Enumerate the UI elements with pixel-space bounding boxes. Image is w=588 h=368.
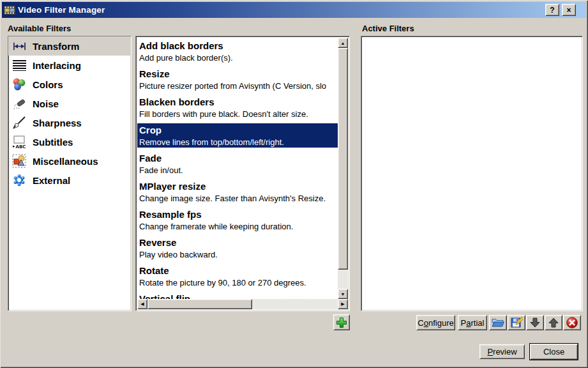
horizontal-scrollbar[interactable]: ◀ ▶: [137, 299, 348, 309]
add-plus-icon: [336, 317, 347, 328]
filter-vertical-flip[interactable]: Vertical flip: [137, 292, 338, 299]
filter-reverse[interactable]: Reverse Play video backward.: [137, 236, 338, 260]
add-filter-button[interactable]: [333, 314, 350, 330]
scroll-left-button[interactable]: ◀: [137, 299, 147, 309]
category-noise[interactable]: Noise: [8, 94, 131, 113]
external-icon: [11, 173, 27, 187]
available-filter-list: Add black borders Add pure black border(…: [135, 36, 350, 311]
help-button[interactable]: ?: [545, 4, 559, 16]
filter-resize[interactable]: Resize Picture resizer ported from Avisy…: [137, 67, 338, 91]
scroll-up-button[interactable]: ▲: [338, 38, 348, 48]
interlacing-icon: [11, 58, 27, 72]
category-transform[interactable]: Transform: [8, 36, 131, 56]
horizontal-scrollbar-thumb[interactable]: [147, 299, 252, 309]
category-interlacing[interactable]: Interlacing: [8, 56, 131, 75]
category-miscellaneous[interactable]: Miscellaneous: [8, 151, 131, 171]
open-folder-icon: [492, 318, 504, 328]
configure-button[interactable]: Configure: [416, 315, 455, 330]
filter-category-list: Transform Interlacing Colors: [8, 36, 132, 311]
save-icon: [510, 316, 523, 329]
save-filter-set-button[interactable]: [508, 315, 525, 330]
move-down-button[interactable]: [526, 315, 544, 330]
title-bar[interactable]: Video Filter Manager: [2, 2, 586, 18]
scroll-left-icon: ◀: [140, 302, 144, 307]
vertical-scrollbar[interactable]: ▲ ▼: [338, 38, 348, 299]
move-down-icon: [529, 316, 541, 329]
filter-rotate[interactable]: Rotate Rotate the picture by 90, 180 or …: [137, 264, 338, 288]
video-filter-manager-dialog: Video Filter Manager ? × Available Filte…: [0, 0, 588, 368]
vertical-scrollbar-thumb[interactable]: [338, 48, 348, 270]
category-sharpness[interactable]: Sharpness: [8, 113, 131, 132]
scroll-right-button[interactable]: ▶: [338, 299, 348, 309]
category-subtitles[interactable]: ABC Subtitles: [8, 132, 131, 151]
remove-filter-button[interactable]: [563, 315, 581, 330]
delete-icon: [566, 316, 578, 329]
scroll-down-button[interactable]: ▼: [338, 289, 348, 299]
filter-blacken-borders[interactable]: Blacken borders Fill borders with pure b…: [137, 95, 338, 119]
move-up-icon: [547, 316, 560, 329]
preview-button[interactable]: Preview: [479, 344, 525, 359]
scroll-right-icon: ▶: [341, 302, 344, 307]
move-up-button[interactable]: [545, 315, 562, 330]
transform-icon: [11, 39, 27, 53]
scroll-down-icon: ▼: [341, 292, 345, 296]
available-filters-label: Available Filters: [8, 24, 71, 33]
active-filters-label: Active Filters: [362, 24, 414, 33]
category-external[interactable]: External: [8, 171, 131, 190]
miscellaneous-icon: [11, 154, 27, 168]
filter-mplayer-resize[interactable]: MPlayer resize Change image size. Faster…: [137, 180, 338, 204]
active-filter-list[interactable]: [361, 36, 583, 311]
filter-fade[interactable]: Fade Fade in/out.: [137, 151, 338, 176]
category-colors[interactable]: Colors: [8, 75, 131, 94]
filter-rows: Add black borders Add pure black border(…: [137, 38, 338, 299]
close-window-button[interactable]: ×: [562, 4, 576, 16]
noise-icon: [11, 96, 27, 111]
close-button[interactable]: Close: [530, 344, 578, 360]
sharpness-icon: [11, 116, 27, 130]
subtitles-icon: ABC: [11, 135, 27, 149]
partial-button[interactable]: Partial: [458, 315, 487, 330]
filter-crop[interactable]: Crop Remove lines from top/bottom/left/r…: [137, 123, 338, 148]
svg-text:ABC: ABC: [16, 144, 26, 150]
scroll-up-icon: ▲: [341, 41, 345, 45]
app-film-icon: [4, 6, 15, 15]
colors-icon: [11, 77, 27, 91]
window-title: Video Filter Manager: [18, 5, 105, 15]
filter-resample-fps[interactable]: Resample fps Change framerate while keep…: [137, 208, 338, 232]
filter-add-black-borders[interactable]: Add black borders Add pure black border(…: [137, 39, 338, 63]
load-filter-set-button[interactable]: [489, 315, 507, 330]
